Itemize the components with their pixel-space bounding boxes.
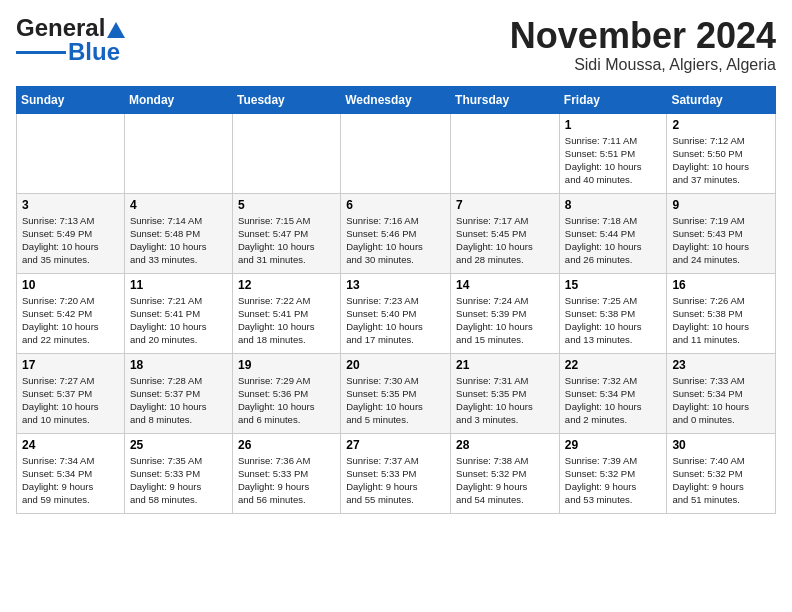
day-info: Sunrise: 7:29 AM Sunset: 5:36 PM Dayligh… — [238, 374, 335, 427]
day-number: 7 — [456, 198, 554, 212]
day-number: 24 — [22, 438, 119, 452]
calendar-cell: 2Sunrise: 7:12 AM Sunset: 5:50 PM Daylig… — [667, 113, 776, 193]
calendar-cell: 1Sunrise: 7:11 AM Sunset: 5:51 PM Daylig… — [559, 113, 667, 193]
day-number: 12 — [238, 278, 335, 292]
calendar-cell — [17, 113, 125, 193]
calendar-week-row: 24Sunrise: 7:34 AM Sunset: 5:34 PM Dayli… — [17, 433, 776, 513]
calendar-cell: 17Sunrise: 7:27 AM Sunset: 5:37 PM Dayli… — [17, 353, 125, 433]
day-number: 3 — [22, 198, 119, 212]
calendar-cell: 26Sunrise: 7:36 AM Sunset: 5:33 PM Dayli… — [232, 433, 340, 513]
day-number: 4 — [130, 198, 227, 212]
day-number: 9 — [672, 198, 770, 212]
weekday-header: Thursday — [451, 86, 560, 113]
calendar-cell: 8Sunrise: 7:18 AM Sunset: 5:44 PM Daylig… — [559, 193, 667, 273]
day-number: 8 — [565, 198, 662, 212]
day-info: Sunrise: 7:24 AM Sunset: 5:39 PM Dayligh… — [456, 294, 554, 347]
calendar-cell: 6Sunrise: 7:16 AM Sunset: 5:46 PM Daylig… — [341, 193, 451, 273]
day-number: 27 — [346, 438, 445, 452]
day-number: 18 — [130, 358, 227, 372]
calendar-cell: 15Sunrise: 7:25 AM Sunset: 5:38 PM Dayli… — [559, 273, 667, 353]
calendar-cell: 13Sunrise: 7:23 AM Sunset: 5:40 PM Dayli… — [341, 273, 451, 353]
calendar-cell: 30Sunrise: 7:40 AM Sunset: 5:32 PM Dayli… — [667, 433, 776, 513]
page-header: General Blue November 2024 Sidi Moussa, … — [16, 16, 776, 74]
day-number: 25 — [130, 438, 227, 452]
weekday-header: Saturday — [667, 86, 776, 113]
day-info: Sunrise: 7:30 AM Sunset: 5:35 PM Dayligh… — [346, 374, 445, 427]
weekday-header: Tuesday — [232, 86, 340, 113]
day-number: 6 — [346, 198, 445, 212]
day-info: Sunrise: 7:14 AM Sunset: 5:48 PM Dayligh… — [130, 214, 227, 267]
day-info: Sunrise: 7:13 AM Sunset: 5:49 PM Dayligh… — [22, 214, 119, 267]
day-info: Sunrise: 7:28 AM Sunset: 5:37 PM Dayligh… — [130, 374, 227, 427]
day-info: Sunrise: 7:25 AM Sunset: 5:38 PM Dayligh… — [565, 294, 662, 347]
calendar-cell: 22Sunrise: 7:32 AM Sunset: 5:34 PM Dayli… — [559, 353, 667, 433]
day-number: 21 — [456, 358, 554, 372]
day-number: 22 — [565, 358, 662, 372]
day-info: Sunrise: 7:16 AM Sunset: 5:46 PM Dayligh… — [346, 214, 445, 267]
day-info: Sunrise: 7:27 AM Sunset: 5:37 PM Dayligh… — [22, 374, 119, 427]
title-block: November 2024 Sidi Moussa, Algiers, Alge… — [510, 16, 776, 74]
calendar-cell: 24Sunrise: 7:34 AM Sunset: 5:34 PM Dayli… — [17, 433, 125, 513]
location: Sidi Moussa, Algiers, Algeria — [510, 56, 776, 74]
calendar-week-row: 3Sunrise: 7:13 AM Sunset: 5:49 PM Daylig… — [17, 193, 776, 273]
calendar-cell: 7Sunrise: 7:17 AM Sunset: 5:45 PM Daylig… — [451, 193, 560, 273]
day-number: 2 — [672, 118, 770, 132]
calendar-week-row: 17Sunrise: 7:27 AM Sunset: 5:37 PM Dayli… — [17, 353, 776, 433]
calendar-cell — [124, 113, 232, 193]
day-info: Sunrise: 7:33 AM Sunset: 5:34 PM Dayligh… — [672, 374, 770, 427]
calendar-cell: 10Sunrise: 7:20 AM Sunset: 5:42 PM Dayli… — [17, 273, 125, 353]
calendar-cell: 23Sunrise: 7:33 AM Sunset: 5:34 PM Dayli… — [667, 353, 776, 433]
day-number: 26 — [238, 438, 335, 452]
calendar-cell: 20Sunrise: 7:30 AM Sunset: 5:35 PM Dayli… — [341, 353, 451, 433]
calendar-cell: 4Sunrise: 7:14 AM Sunset: 5:48 PM Daylig… — [124, 193, 232, 273]
day-info: Sunrise: 7:40 AM Sunset: 5:32 PM Dayligh… — [672, 454, 770, 507]
day-info: Sunrise: 7:19 AM Sunset: 5:43 PM Dayligh… — [672, 214, 770, 267]
weekday-header: Wednesday — [341, 86, 451, 113]
day-info: Sunrise: 7:35 AM Sunset: 5:33 PM Dayligh… — [130, 454, 227, 507]
day-number: 30 — [672, 438, 770, 452]
day-info: Sunrise: 7:38 AM Sunset: 5:32 PM Dayligh… — [456, 454, 554, 507]
day-number: 15 — [565, 278, 662, 292]
calendar-cell: 5Sunrise: 7:15 AM Sunset: 5:47 PM Daylig… — [232, 193, 340, 273]
calendar-cell — [451, 113, 560, 193]
day-number: 11 — [130, 278, 227, 292]
calendar-table: SundayMondayTuesdayWednesdayThursdayFrid… — [16, 86, 776, 514]
calendar-cell: 18Sunrise: 7:28 AM Sunset: 5:37 PM Dayli… — [124, 353, 232, 433]
calendar-cell — [341, 113, 451, 193]
calendar-week-row: 10Sunrise: 7:20 AM Sunset: 5:42 PM Dayli… — [17, 273, 776, 353]
calendar-cell: 16Sunrise: 7:26 AM Sunset: 5:38 PM Dayli… — [667, 273, 776, 353]
day-number: 1 — [565, 118, 662, 132]
calendar-cell: 9Sunrise: 7:19 AM Sunset: 5:43 PM Daylig… — [667, 193, 776, 273]
calendar-header-row: SundayMondayTuesdayWednesdayThursdayFrid… — [17, 86, 776, 113]
day-info: Sunrise: 7:12 AM Sunset: 5:50 PM Dayligh… — [672, 134, 770, 187]
day-number: 20 — [346, 358, 445, 372]
day-info: Sunrise: 7:37 AM Sunset: 5:33 PM Dayligh… — [346, 454, 445, 507]
logo: General Blue — [16, 16, 125, 64]
day-info: Sunrise: 7:11 AM Sunset: 5:51 PM Dayligh… — [565, 134, 662, 187]
day-info: Sunrise: 7:32 AM Sunset: 5:34 PM Dayligh… — [565, 374, 662, 427]
day-number: 29 — [565, 438, 662, 452]
calendar-cell: 21Sunrise: 7:31 AM Sunset: 5:35 PM Dayli… — [451, 353, 560, 433]
weekday-header: Friday — [559, 86, 667, 113]
day-info: Sunrise: 7:17 AM Sunset: 5:45 PM Dayligh… — [456, 214, 554, 267]
calendar-cell — [232, 113, 340, 193]
month-title: November 2024 — [510, 16, 776, 56]
weekday-header: Sunday — [17, 86, 125, 113]
day-number: 17 — [22, 358, 119, 372]
calendar-cell: 3Sunrise: 7:13 AM Sunset: 5:49 PM Daylig… — [17, 193, 125, 273]
day-info: Sunrise: 7:26 AM Sunset: 5:38 PM Dayligh… — [672, 294, 770, 347]
calendar-cell: 11Sunrise: 7:21 AM Sunset: 5:41 PM Dayli… — [124, 273, 232, 353]
day-number: 23 — [672, 358, 770, 372]
day-number: 19 — [238, 358, 335, 372]
calendar-cell: 19Sunrise: 7:29 AM Sunset: 5:36 PM Dayli… — [232, 353, 340, 433]
calendar-body: 1Sunrise: 7:11 AM Sunset: 5:51 PM Daylig… — [17, 113, 776, 513]
day-number: 13 — [346, 278, 445, 292]
calendar-cell: 12Sunrise: 7:22 AM Sunset: 5:41 PM Dayli… — [232, 273, 340, 353]
day-info: Sunrise: 7:18 AM Sunset: 5:44 PM Dayligh… — [565, 214, 662, 267]
day-number: 28 — [456, 438, 554, 452]
day-number: 5 — [238, 198, 335, 212]
day-info: Sunrise: 7:23 AM Sunset: 5:40 PM Dayligh… — [346, 294, 445, 347]
day-info: Sunrise: 7:15 AM Sunset: 5:47 PM Dayligh… — [238, 214, 335, 267]
calendar-cell: 29Sunrise: 7:39 AM Sunset: 5:32 PM Dayli… — [559, 433, 667, 513]
weekday-header: Monday — [124, 86, 232, 113]
